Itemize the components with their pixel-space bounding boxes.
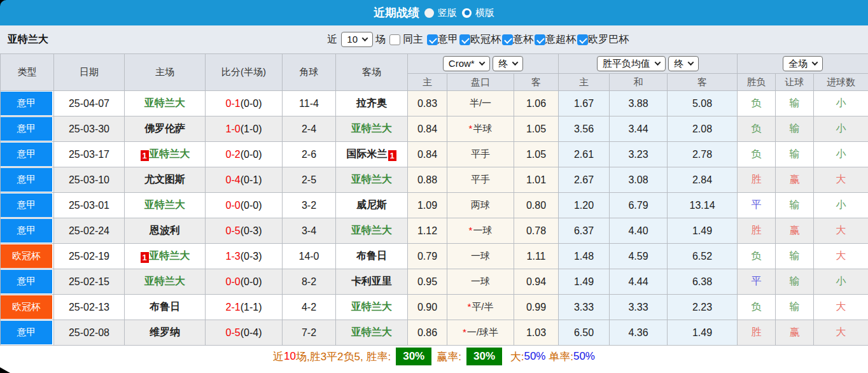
summary-segment: 单率: [545, 349, 573, 364]
half-score: (0-3) [241, 251, 262, 262]
match-date: 25-02-24 [54, 218, 125, 244]
league-type-cell: 意甲 [1, 116, 54, 142]
radio-unselected-icon[interactable] [424, 8, 434, 18]
handicap-line: *一球 [447, 218, 514, 244]
corners: 2-4 [283, 116, 336, 142]
corners: 4-2 [283, 295, 336, 320]
handicap-time-select[interactable]: 终 [493, 56, 523, 71]
league-checkbox-5[interactable] [577, 34, 588, 45]
top-bar: 近期战绩 竖版 横版 [0, 0, 868, 25]
handicap-away-odds: 1.05 [514, 116, 559, 142]
rate-badge: 30% [396, 348, 431, 365]
full-score: 0-1 [226, 98, 241, 109]
full-score: 1-3 [226, 251, 241, 262]
col-date: 日期 [54, 54, 125, 91]
europe-type-select[interactable]: 胜平负均值 [597, 56, 666, 71]
match-date: 25-02-19 [54, 244, 125, 269]
result-outcome: 负 [738, 244, 776, 269]
summary-segment: 50% [524, 350, 545, 363]
home-team: 1亚特兰大 [125, 244, 206, 269]
europe-away-odds: 6.38 [668, 269, 738, 295]
handicap-line-text: 平手 [471, 174, 490, 185]
chevron-down-icon [512, 59, 519, 66]
league-checkbox-1[interactable] [427, 34, 438, 45]
match-row: 意甲25-03-30佛罗伦萨1-0(1-0)2-4亚特兰大0.84*半球1.05… [1, 116, 868, 142]
team-name: 尤文图斯 [144, 174, 185, 185]
home-team: 亚特兰大 [125, 91, 206, 116]
league-badge: 意甲 [1, 321, 52, 344]
half-score: (0-1) [241, 174, 262, 185]
result-handicap: 赢 [776, 218, 814, 244]
bookmaker-select[interactable]: Crow* [443, 56, 490, 71]
league-checkbox-label: 意甲 [438, 34, 458, 45]
league-checkbox-label: 欧冠杯 [470, 34, 501, 45]
europe-draw-odds: 4.59 [610, 244, 668, 269]
recent-count-select[interactable]: 10 [341, 32, 373, 47]
league-checkbox-2[interactable] [459, 34, 470, 45]
team-name: 国际米兰 [347, 148, 388, 159]
home-team: 维罗纳 [125, 320, 206, 346]
result-goals: 大 [814, 320, 868, 346]
europe-away-odds: 2.08 [668, 116, 738, 142]
rate-badge: 30% [466, 348, 502, 365]
scope-select[interactable]: 全场 [783, 56, 823, 71]
recent-label: 近 [327, 33, 337, 46]
europe-away-odds: 6.52 [668, 244, 738, 269]
result-outcome: 平 [738, 269, 776, 295]
result-goals: 小 [814, 142, 868, 167]
europe-group-header: 胜平负均值 终 [559, 54, 738, 74]
handicap-line: 半/一 [447, 91, 514, 116]
result-outcome: 负 [738, 91, 776, 116]
match-date: 25-02-15 [54, 269, 125, 295]
europe-away-odds: 5.08 [668, 91, 738, 116]
result-handicap: 赢 [776, 167, 814, 193]
handicap-time-value: 终 [498, 58, 508, 69]
handicap-line: 两球 [447, 193, 514, 218]
league-badge: 意甲 [1, 143, 52, 166]
league-type-cell: 意甲 [1, 320, 54, 346]
result-outcome: 胜 [738, 167, 776, 193]
league-checkbox-4[interactable] [535, 34, 545, 45]
full-score: 0-5 [226, 225, 241, 236]
handicap-home-odds: 1.12 [408, 218, 447, 244]
league-type-cell: 欧冠杯 [1, 244, 54, 269]
handicap-star: * [463, 327, 466, 337]
handicap-line: *半球 [447, 116, 514, 142]
radio-horizontal-layout[interactable]: 横版 [462, 7, 494, 19]
corners: 11-4 [283, 91, 336, 116]
radio-vertical-layout[interactable]: 竖版 [424, 7, 457, 19]
radio-selected-icon[interactable] [462, 8, 472, 18]
full-score: 0-0 [226, 200, 241, 211]
matches-label: 场 [375, 33, 386, 46]
match-date: 25-03-17 [54, 142, 125, 167]
team-name: 亚特兰大 [351, 225, 392, 236]
full-score: 2-1 [226, 302, 241, 313]
europe-home-odds: 1.49 [559, 269, 610, 295]
match-score: 0-1(0-0) [206, 91, 283, 116]
half-score: (0-0) [241, 98, 262, 109]
team-name: 拉齐奥 [356, 97, 387, 108]
handicap-away-odds: 1.03 [514, 320, 559, 346]
handicap-line-text: 一球 [471, 250, 490, 261]
match-row: 欧冠杯25-02-191亚特兰大1-3(0-3)14-0布鲁日0.79一球1.1… [1, 244, 868, 269]
handicap-line-text: 平手 [471, 148, 490, 159]
europe-time-select[interactable]: 终 [668, 56, 699, 71]
match-score: 0-4(0-1) [206, 167, 283, 193]
league-checkbox-3[interactable] [502, 34, 513, 45]
team-name: 卡利亚里 [351, 276, 392, 286]
handicap-star: * [467, 301, 471, 312]
col-type: 类型 [1, 54, 54, 91]
handicap-line: 平手 [447, 142, 514, 167]
europe-time-value: 终 [674, 58, 683, 69]
result-group-header: 全场 [738, 54, 868, 74]
europe-home-odds: 2.67 [559, 167, 610, 193]
handicap-away-odds: 0.94 [514, 269, 559, 295]
same-home-checkbox[interactable] [389, 34, 400, 45]
team-name: 亚特兰大 [150, 148, 190, 159]
handicap-line-text: 半/一 [470, 97, 491, 108]
league-type-cell: 意甲 [1, 167, 54, 193]
red-card-badge: 1 [141, 252, 149, 263]
result-handicap: 输 [776, 244, 814, 269]
col-result-handicap: 让球 [776, 74, 814, 91]
result-goals: 小 [814, 116, 868, 142]
